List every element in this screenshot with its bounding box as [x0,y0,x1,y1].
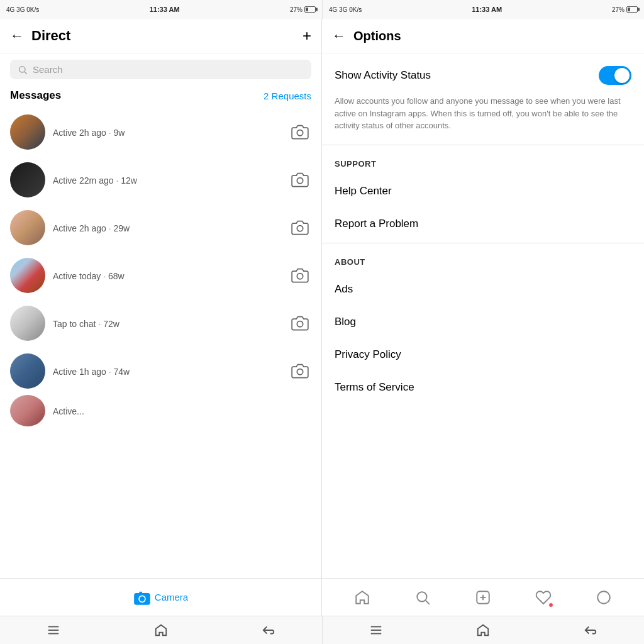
svg-point-5 [297,274,303,279]
report-problem-item[interactable]: Report a Problem [322,208,644,240]
activity-status-row: Show Activity Status [322,53,644,95]
home-nav-icon[interactable] [350,585,375,610]
camera-button[interactable] [289,169,311,191]
avatar [10,114,45,150]
android-home-right[interactable] [469,616,497,644]
message-status: Active today · 68w [53,271,281,281]
svg-point-7 [297,369,303,375]
profile-nav-icon[interactable] [591,585,616,610]
divider-1 [322,145,644,145]
left-panel: ← Direct + Search Messages 2 Requests [0,19,322,616]
message-info: Tap to chat · 72w [53,318,281,329]
avatar [10,395,45,426]
svg-point-6 [297,321,303,327]
camera-button[interactable] [289,312,311,335]
back-button-right[interactable]: ← [332,28,346,44]
privacy-policy-item[interactable]: Privacy Policy [322,338,644,371]
back-button-left[interactable]: ← [10,28,24,44]
direct-title: Direct [31,28,70,44]
svg-point-2 [297,130,303,136]
list-item[interactable]: Active... [0,395,321,426]
signal-text-left: 4G 3G 0K/s [6,6,39,13]
camera-icon [291,314,309,332]
add-icon [475,589,491,606]
search-nav-icon[interactable] [410,585,435,610]
camera-icon [291,362,309,380]
message-info: Active 22m ago · 12w [53,174,281,186]
battery-icon-left [304,6,316,13]
list-item[interactable]: Active today · 68w [0,252,321,299]
camera-button[interactable] [289,121,311,143]
camera-icon [291,123,309,141]
requests-badge[interactable]: 2 Requests [264,91,311,101]
heart-nav-icon[interactable] [531,585,556,610]
android-back-right[interactable] [577,616,604,644]
message-info: Active today · 68w [53,270,281,281]
activity-status-label: Show Activity Status [335,69,431,82]
home-android-icon-left [154,623,168,637]
message-status: Active... [53,406,311,416]
left-bottom-nav: Camera [0,578,321,616]
android-back-left[interactable] [255,616,282,644]
list-item[interactable]: Active 1h ago · 74w [0,347,321,395]
android-menu-right[interactable] [362,616,390,644]
add-nav-icon[interactable] [470,585,496,610]
terms-of-service-item[interactable]: Terms of Service [322,371,644,404]
svg-point-3 [297,178,303,184]
camera-button[interactable] [289,216,311,239]
right-bottom-nav [322,578,644,616]
status-bar-container: 4G 3G 0K/s 11:33 AM 27% 4G 3G 0K/s 11:33… [0,0,644,19]
home-icon [354,589,370,606]
avatar [10,353,45,389]
list-item[interactable]: Tap to chat · 72w [0,299,321,347]
hamburger-icon-right [369,623,383,637]
avatar [10,210,45,245]
hamburger-icon-left [47,623,60,637]
camera-button[interactable] [289,264,311,287]
signal-text-right: 4G 3G 0K/s [329,6,362,13]
svg-line-1 [25,72,27,74]
camera-icon [291,219,309,236]
list-item[interactable]: Active 22m ago · 12w [0,156,321,204]
camera-icon [291,267,309,284]
messages-label: Messages [10,89,61,102]
message-status: Active 2h ago · 9w [53,128,281,138]
help-center-item[interactable]: Help Center [322,175,644,208]
left-header-left: ← Direct [10,28,70,44]
android-menu-left[interactable] [40,616,67,644]
time-right: 11:33 AM [472,6,502,13]
list-item[interactable]: Active 2h ago · 9w [0,108,321,156]
svg-rect-11 [139,591,142,594]
back-android-icon-left [262,623,275,637]
options-title: Options [353,29,401,43]
messages-header: Messages 2 Requests [0,86,321,108]
status-bar-right: 4G 3G 0K/s 11:33 AM 27% [322,0,644,19]
avatar [10,258,45,293]
message-status: Active 1h ago · 74w [53,367,281,377]
signal-info-right: 4G 3G 0K/s [329,6,362,13]
status-bar-left: 4G 3G 0K/s 11:33 AM 27% [0,0,322,19]
camera-nav-icon [133,589,151,606]
search-placeholder: Search [33,64,63,75]
svg-point-12 [417,592,426,601]
android-home-left[interactable] [147,616,175,644]
right-header: ← Options [322,19,644,53]
search-bar[interactable]: Search [10,60,311,79]
message-status: Tap to chat · 72w [53,319,281,329]
android-nav [0,616,644,644]
main-content: ← Direct + Search Messages 2 Requests [0,19,644,616]
search-icon [18,65,28,75]
activity-toggle[interactable] [599,66,631,85]
ads-item[interactable]: Ads [322,273,644,306]
message-info: Active 1h ago · 74w [53,365,281,377]
back-android-icon-right [584,623,597,637]
camera-nav-item[interactable]: Camera [133,589,188,606]
blog-item[interactable]: Blog [322,306,644,338]
camera-button[interactable] [289,360,311,382]
toggle-knob [614,68,630,83]
options-content: Show Activity Status Allow accounts you … [322,53,644,578]
new-message-button[interactable]: + [303,27,311,45]
search-nav-icon-svg [414,589,431,606]
list-item[interactable]: Active 2h ago · 29w [0,204,321,252]
message-status: Active 2h ago · 29w [53,223,281,233]
